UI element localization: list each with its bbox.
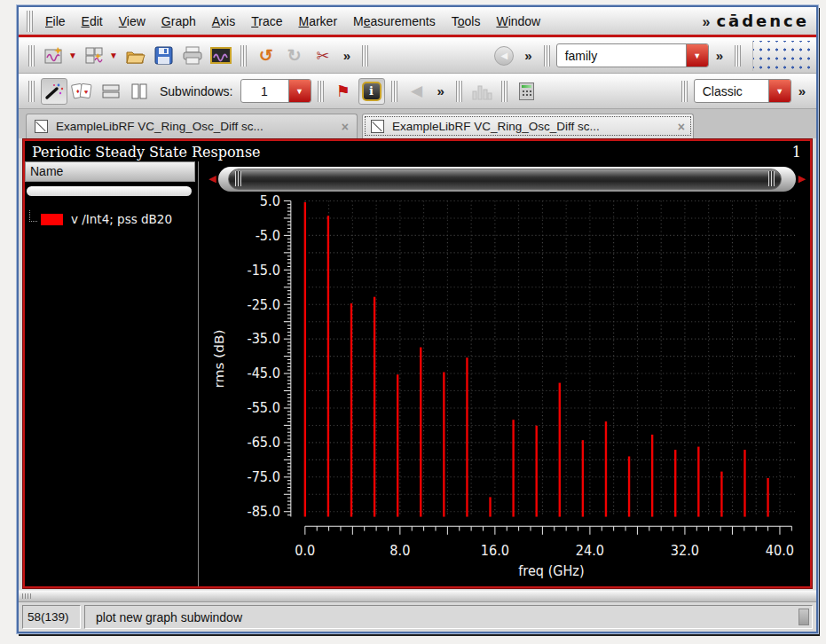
vertical-split-button[interactable]	[126, 78, 153, 105]
slider-thumb-right-grip[interactable]	[768, 171, 775, 186]
family-combobox[interactable]: family ▼	[556, 43, 709, 67]
status-count: 58(139)	[22, 605, 81, 629]
subwindows-combobox[interactable]: 1 ▼	[240, 79, 311, 103]
menu-marker[interactable]: Marker	[291, 11, 346, 32]
overflow-chevron[interactable]: »	[432, 83, 450, 98]
overflow-chevron[interactable]: »	[519, 48, 537, 63]
toolbar-grip[interactable]	[391, 81, 397, 102]
menubar-grip[interactable]	[27, 11, 33, 32]
open-button[interactable]	[122, 43, 149, 69]
flag-icon: ⚑	[335, 82, 350, 101]
tab-bar: ExampleLibRF VC_Ring_Osc_Diff sc... × Ex…	[19, 109, 816, 138]
new-window-dropdown-icon[interactable]: ▼	[68, 51, 77, 60]
printer-icon	[182, 46, 203, 65]
svg-text:-75.0: -75.0	[247, 469, 279, 486]
tab-graph-1[interactable]: ExampleLibRF VC_Ring_Osc_Diff sc... ×	[26, 114, 358, 138]
svg-text:40.0: 40.0	[766, 543, 794, 560]
toolbar-grip[interactable]	[362, 45, 368, 67]
svg-text:-5.0: -5.0	[256, 227, 280, 244]
redo-button[interactable]: ↻	[281, 43, 308, 69]
print-button[interactable]	[179, 43, 206, 69]
tab-graph-2[interactable]: ExampleLibRF VC_Ring_Osc_Diff sc... ×	[362, 114, 694, 138]
overflow-chevron[interactable]: »	[338, 48, 356, 63]
overflow-chevron[interactable]: »	[711, 48, 728, 63]
menu-axis[interactable]: Axis	[204, 11, 243, 32]
status-resize-grip[interactable]	[798, 609, 809, 625]
theme-combobox[interactable]: Classic ▼	[694, 79, 791, 103]
plot-region: ◀ ▶ 5.0-5.0-15.0-25.0-35.0-45.0-55.0-65.…	[199, 161, 810, 586]
trace-list-name-header[interactable]: Name	[25, 161, 195, 182]
toolbar-grip[interactable]	[544, 45, 550, 67]
calculator-button[interactable]	[514, 78, 540, 105]
toolbar-grip[interactable]	[681, 81, 688, 102]
menu-view[interactable]: View	[111, 11, 153, 32]
annotation-button[interactable]: i	[358, 78, 385, 105]
toolbar-grip[interactable]	[456, 81, 462, 102]
tab-close-icon[interactable]: ×	[342, 120, 349, 134]
previous-view-button[interactable]: ◀	[404, 78, 430, 105]
tab-close-icon[interactable]: ×	[678, 120, 685, 134]
dock-dots-area	[752, 41, 811, 71]
overflow-chevron[interactable]: »	[793, 83, 811, 98]
menu-file[interactable]: File	[37, 11, 74, 32]
magic-wand-icon	[43, 82, 65, 101]
bottom-splitter[interactable]	[19, 590, 816, 602]
horizontal-split-button[interactable]	[98, 78, 124, 105]
splitter-grip[interactable]	[22, 593, 31, 599]
slider-right-arrow-icon[interactable]: ▶	[798, 173, 806, 185]
new-subwindow-icon	[84, 46, 106, 66]
info-balloon-icon: i	[362, 82, 382, 101]
legend-item[interactable]: v /Int4; pss dB20	[29, 212, 198, 226]
menu-graph[interactable]: Graph	[153, 11, 204, 32]
subwindows-combobox-dropdown-icon[interactable]: ▼	[288, 80, 311, 102]
menu-edit[interactable]: Edit	[74, 11, 111, 32]
slider-track[interactable]	[218, 167, 795, 192]
menu-bar: File Edit View Graph Axis Trace Marker M…	[19, 7, 816, 35]
flag-button[interactable]: ⚑	[330, 78, 357, 105]
cut-button[interactable]: ✂	[310, 43, 336, 69]
slider-thumb-left-grip[interactable]	[235, 171, 241, 186]
display-settings-button[interactable]	[208, 43, 234, 69]
graph-tab-icon	[371, 120, 384, 133]
subwindows-label: Subwindows:	[154, 84, 239, 98]
toolbar-grip[interactable]	[240, 45, 247, 67]
back-circle-icon: ◀	[494, 46, 514, 66]
histogram-button[interactable]	[468, 78, 495, 105]
menu-window[interactable]: Window	[488, 11, 548, 32]
svg-text:-55.0: -55.0	[247, 400, 279, 417]
menu-trace[interactable]: Trace	[243, 11, 290, 32]
previous-view-icon: ◀	[411, 82, 422, 100]
save-button[interactable]	[151, 43, 177, 69]
back-button[interactable]: ◀	[491, 43, 517, 69]
svg-text:♥: ♥	[84, 89, 88, 95]
plot-svg[interactable]: 5.0-5.0-15.0-25.0-35.0-45.0-55.0-65.0-75…	[199, 193, 810, 586]
new-subwindow-dropdown-icon[interactable]: ▼	[109, 51, 118, 60]
new-window-button[interactable]	[41, 43, 67, 69]
family-combobox-dropdown-icon[interactable]: ▼	[686, 44, 708, 67]
toolbar-grip[interactable]	[28, 81, 35, 102]
playing-cards-icon: ♦♥	[71, 82, 94, 101]
new-subwindow-button[interactable]	[82, 43, 108, 69]
svg-text:-85.0: -85.0	[247, 504, 279, 521]
trace-list-scrollbar[interactable]	[27, 186, 192, 196]
menu-measurements[interactable]: Measurements	[345, 11, 444, 32]
svg-text:5.0: 5.0	[260, 193, 280, 209]
slider-left-arrow-icon[interactable]: ◀	[208, 173, 216, 185]
eye-diagram-button[interactable]: ♦♥	[69, 78, 96, 105]
subwindows-combobox-value: 1	[241, 80, 288, 102]
theme-combobox-dropdown-icon[interactable]: ▼	[768, 80, 791, 102]
svg-text:-65.0: -65.0	[247, 435, 279, 452]
toolbar-grip[interactable]	[735, 45, 741, 67]
wizard-button[interactable]	[41, 78, 67, 105]
menu-tools[interactable]: Tools	[444, 11, 489, 32]
toolbar-grip[interactable]	[28, 45, 35, 67]
slider-thumb[interactable]	[228, 169, 781, 190]
svg-text:16.0: 16.0	[481, 543, 509, 560]
app-window: File Edit View Graph Axis Trace Marker M…	[17, 5, 818, 633]
save-floppy-icon	[154, 46, 173, 65]
undo-button[interactable]: ↺	[253, 43, 279, 69]
toolbar-grip[interactable]	[318, 81, 324, 102]
toolbar-grip[interactable]	[501, 81, 507, 102]
svg-text:-15.0: -15.0	[247, 262, 279, 279]
trace-color-swatch[interactable]	[41, 214, 63, 225]
